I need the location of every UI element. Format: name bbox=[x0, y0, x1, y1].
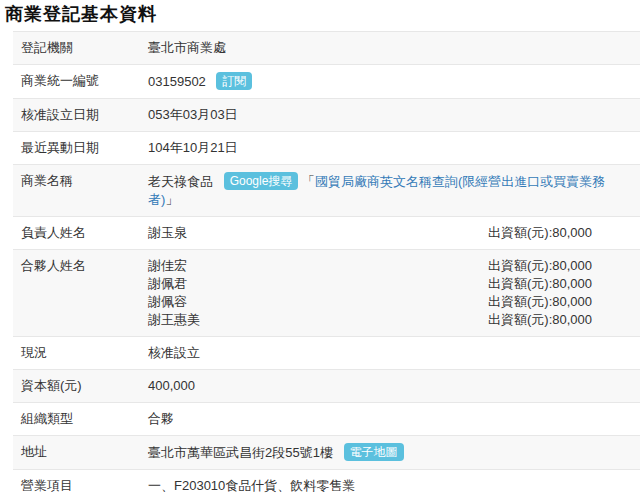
business-items-label: 營業項目 bbox=[13, 470, 140, 495]
partner-contribution: 出資額(元):80,000 bbox=[488, 311, 592, 329]
address-label: 地址 bbox=[13, 436, 140, 470]
row-capital: 資本額(元) 400,000 bbox=[13, 370, 640, 403]
last-change-date-value: 104年10月21日 bbox=[140, 132, 640, 165]
status-label: 現況 bbox=[13, 337, 140, 370]
partner-name: 謝佩容 bbox=[148, 293, 488, 311]
row-status: 現況 核准設立 bbox=[13, 337, 640, 370]
partner-name: 謝王惠美 bbox=[148, 311, 488, 329]
business-name-value: 老天祿食品 bbox=[148, 174, 213, 189]
business-registration-page: 商業登記基本資料 登記機關 臺北市商業處 商業統一編號 03159502 訂閱 … bbox=[0, 3, 640, 495]
row-organization-type: 組織類型 合夥 bbox=[13, 403, 640, 436]
row-address: 地址 臺北市萬華區武昌街2段55號1樓 電子地圖 bbox=[13, 436, 640, 470]
row-registration-authority: 登記機關 臺北市商業處 bbox=[13, 32, 640, 65]
row-partners: 合夥人姓名 謝佳宏 出資額(元):80,000 謝佩君 出資額(元):80,00… bbox=[13, 250, 640, 337]
partner-contribution: 出資額(元):80,000 bbox=[488, 275, 592, 293]
registration-authority-label: 登記機關 bbox=[13, 32, 140, 65]
business-id-value: 03159502 bbox=[148, 74, 206, 89]
subscribe-button[interactable]: 訂閱 bbox=[216, 72, 252, 90]
partner-entry: 謝王惠美 出資額(元):80,000 bbox=[148, 311, 632, 329]
registration-authority-value: 臺北市商業處 bbox=[140, 32, 640, 65]
address-value: 臺北市萬華區武昌街2段55號1樓 bbox=[148, 445, 333, 460]
responsible-person-entry: 謝玉泉 出資額(元):80,000 bbox=[148, 224, 632, 242]
page-title: 商業登記基本資料 bbox=[5, 3, 640, 25]
partner-name: 謝佩君 bbox=[148, 275, 488, 293]
responsible-person-name: 謝玉泉 bbox=[148, 224, 488, 242]
partner-entry: 謝佩容 出資額(元):80,000 bbox=[148, 293, 632, 311]
row-responsible-person: 負責人姓名 謝玉泉 出資額(元):80,000 bbox=[13, 217, 640, 250]
partner-name: 謝佳宏 bbox=[148, 257, 488, 275]
capital-value: 400,000 bbox=[140, 370, 640, 403]
english-name-query-link[interactable]: 國貿局廠商英文名稱查詢(限經營出進口或買賣業務者) bbox=[148, 174, 605, 207]
responsible-person-label: 負責人姓名 bbox=[13, 217, 140, 250]
organization-type-value: 合夥 bbox=[140, 403, 640, 436]
registration-info-table: 登記機關 臺北市商業處 商業統一編號 03159502 訂閱 核准設立日期 05… bbox=[13, 31, 640, 495]
partner-entry: 謝佳宏 出資額(元):80,000 bbox=[148, 257, 632, 275]
google-search-button[interactable]: Google搜尋 bbox=[224, 172, 299, 190]
capital-label: 資本額(元) bbox=[13, 370, 140, 403]
row-last-change-date: 最近異動日期 104年10月21日 bbox=[13, 132, 640, 165]
row-business-name: 商業名稱 老天祿食品 Google搜尋 「國貿局廠商英文名稱查詢(限經營出進口或… bbox=[13, 165, 640, 217]
e-map-button[interactable]: 電子地圖 bbox=[344, 443, 404, 461]
last-change-date-label: 最近異動日期 bbox=[13, 132, 140, 165]
business-id-label: 商業統一編號 bbox=[13, 65, 140, 99]
quote-close: 」 bbox=[165, 192, 178, 207]
row-business-id: 商業統一編號 03159502 訂閱 bbox=[13, 65, 640, 99]
business-name-label: 商業名稱 bbox=[13, 165, 140, 217]
approval-date-label: 核准設立日期 bbox=[13, 99, 140, 132]
responsible-person-contribution: 出資額(元):80,000 bbox=[488, 224, 592, 242]
business-items-value: 一、F203010食品什貨、飲料零售業 bbox=[140, 470, 640, 495]
partners-label: 合夥人姓名 bbox=[13, 250, 140, 337]
row-business-items: 營業項目 一、F203010食品什貨、飲料零售業 bbox=[13, 470, 640, 495]
partner-contribution: 出資額(元):80,000 bbox=[488, 257, 592, 275]
status-value: 核准設立 bbox=[140, 337, 640, 370]
row-approval-date: 核准設立日期 053年03月03日 bbox=[13, 99, 640, 132]
partner-contribution: 出資額(元):80,000 bbox=[488, 293, 592, 311]
partner-entry: 謝佩君 出資額(元):80,000 bbox=[148, 275, 632, 293]
organization-type-label: 組織類型 bbox=[13, 403, 140, 436]
quote-open: 「 bbox=[302, 174, 315, 189]
approval-date-value: 053年03月03日 bbox=[140, 99, 640, 132]
